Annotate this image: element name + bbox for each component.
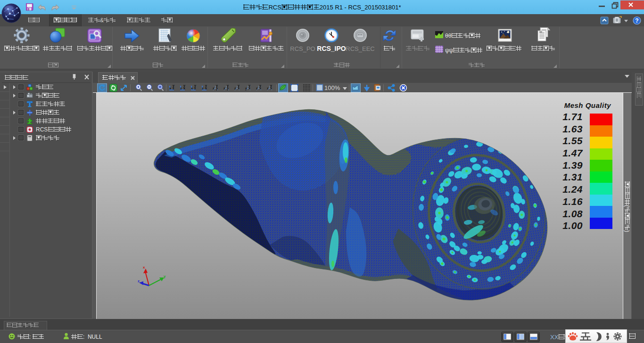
svg-text:x: x bbox=[143, 265, 145, 270]
svg-text:y: y bbox=[216, 87, 218, 90]
svg-text:y: y bbox=[227, 87, 229, 90]
svg-text:x: x bbox=[259, 87, 261, 90]
svg-text:y: y bbox=[205, 84, 207, 88]
svg-text:z: z bbox=[223, 87, 225, 90]
svg-text:z: z bbox=[173, 87, 174, 90]
svg-text:z: z bbox=[234, 87, 236, 90]
svg-text:z: z bbox=[194, 87, 196, 90]
svg-text:x: x bbox=[270, 87, 272, 90]
svg-text:z: z bbox=[138, 279, 140, 283]
svg-text:x: x bbox=[248, 87, 250, 90]
svg-text:y: y bbox=[227, 84, 229, 88]
svg-text:y: y bbox=[245, 87, 247, 90]
svg-text:z: z bbox=[180, 87, 182, 90]
svg-text:y: y bbox=[248, 84, 250, 88]
svg-text:z: z bbox=[267, 87, 269, 90]
svg-text:z: z bbox=[202, 87, 204, 90]
svg-text:z: z bbox=[256, 87, 258, 90]
svg-text:z: z bbox=[213, 87, 215, 90]
svg-text:y: y bbox=[164, 274, 166, 278]
svg-text:?: ? bbox=[635, 17, 638, 24]
svg-text:y: y bbox=[259, 84, 261, 88]
svg-text:y: y bbox=[183, 84, 185, 88]
svg-text:y: y bbox=[270, 84, 272, 88]
svg-text:x: x bbox=[205, 87, 207, 90]
svg-text:x: x bbox=[183, 87, 185, 90]
svg-text:y: y bbox=[238, 84, 239, 88]
svg-text:y: y bbox=[194, 84, 196, 88]
svg-text:y: y bbox=[173, 84, 174, 88]
svg-text:x: x bbox=[238, 87, 239, 90]
svg-text:x: x bbox=[169, 87, 171, 90]
svg-text:y: y bbox=[216, 84, 218, 88]
svg-text:x: x bbox=[191, 87, 193, 90]
